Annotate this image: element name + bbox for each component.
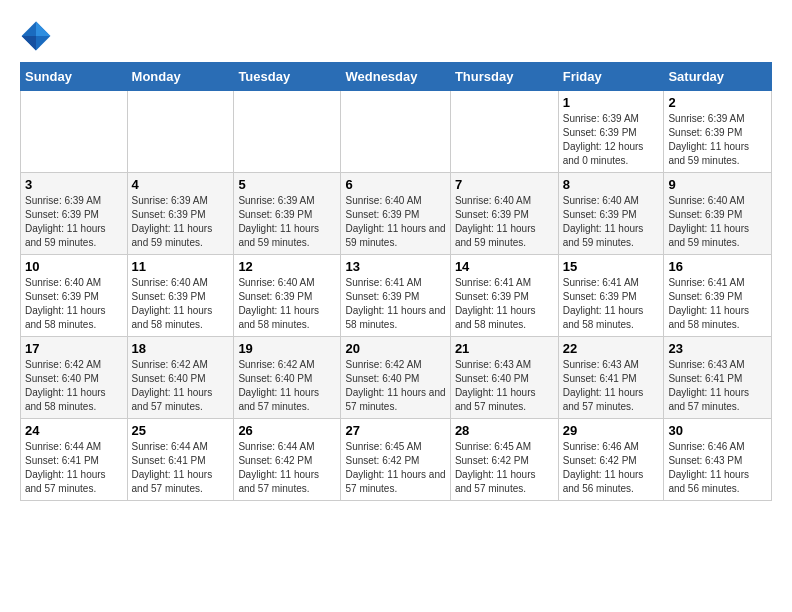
day-number: 17 [25,341,123,356]
calendar-week-3: 17Sunrise: 6:42 AM Sunset: 6:40 PM Dayli… [21,337,772,419]
day-number: 7 [455,177,554,192]
header-monday: Monday [127,63,234,91]
day-detail: Sunrise: 6:46 AM Sunset: 6:43 PM Dayligh… [668,440,767,496]
day-number: 8 [563,177,660,192]
calendar-cell [127,91,234,173]
calendar-cell: 29Sunrise: 6:46 AM Sunset: 6:42 PM Dayli… [558,419,664,501]
day-detail: Sunrise: 6:41 AM Sunset: 6:39 PM Dayligh… [455,276,554,332]
calendar-week-2: 10Sunrise: 6:40 AM Sunset: 6:39 PM Dayli… [21,255,772,337]
svg-marker-2 [22,36,36,50]
day-detail: Sunrise: 6:41 AM Sunset: 6:39 PM Dayligh… [563,276,660,332]
day-detail: Sunrise: 6:39 AM Sunset: 6:39 PM Dayligh… [132,194,230,250]
day-detail: Sunrise: 6:42 AM Sunset: 6:40 PM Dayligh… [345,358,445,414]
calendar-cell: 12Sunrise: 6:40 AM Sunset: 6:39 PM Dayli… [234,255,341,337]
calendar-cell: 30Sunrise: 6:46 AM Sunset: 6:43 PM Dayli… [664,419,772,501]
page-header [20,20,772,52]
day-number: 16 [668,259,767,274]
day-detail: Sunrise: 6:42 AM Sunset: 6:40 PM Dayligh… [238,358,336,414]
calendar-cell: 28Sunrise: 6:45 AM Sunset: 6:42 PM Dayli… [450,419,558,501]
day-detail: Sunrise: 6:41 AM Sunset: 6:39 PM Dayligh… [345,276,445,332]
calendar-cell: 17Sunrise: 6:42 AM Sunset: 6:40 PM Dayli… [21,337,128,419]
calendar-cell: 22Sunrise: 6:43 AM Sunset: 6:41 PM Dayli… [558,337,664,419]
day-number: 23 [668,341,767,356]
header-thursday: Thursday [450,63,558,91]
calendar-cell: 8Sunrise: 6:40 AM Sunset: 6:39 PM Daylig… [558,173,664,255]
logo-icon [20,20,52,52]
day-number: 15 [563,259,660,274]
day-detail: Sunrise: 6:39 AM Sunset: 6:39 PM Dayligh… [668,112,767,168]
logo [20,20,56,52]
day-number: 22 [563,341,660,356]
day-number: 6 [345,177,445,192]
day-number: 2 [668,95,767,110]
day-number: 3 [25,177,123,192]
day-number: 18 [132,341,230,356]
calendar-cell: 18Sunrise: 6:42 AM Sunset: 6:40 PM Dayli… [127,337,234,419]
header-saturday: Saturday [664,63,772,91]
day-detail: Sunrise: 6:41 AM Sunset: 6:39 PM Dayligh… [668,276,767,332]
calendar-cell: 14Sunrise: 6:41 AM Sunset: 6:39 PM Dayli… [450,255,558,337]
day-detail: Sunrise: 6:39 AM Sunset: 6:39 PM Dayligh… [238,194,336,250]
day-detail: Sunrise: 6:43 AM Sunset: 6:40 PM Dayligh… [455,358,554,414]
calendar-week-4: 24Sunrise: 6:44 AM Sunset: 6:41 PM Dayli… [21,419,772,501]
calendar-header-row: SundayMondayTuesdayWednesdayThursdayFrid… [21,63,772,91]
calendar-cell [234,91,341,173]
day-detail: Sunrise: 6:45 AM Sunset: 6:42 PM Dayligh… [455,440,554,496]
day-number: 27 [345,423,445,438]
day-number: 5 [238,177,336,192]
calendar-cell [450,91,558,173]
calendar-cell: 10Sunrise: 6:40 AM Sunset: 6:39 PM Dayli… [21,255,128,337]
day-detail: Sunrise: 6:42 AM Sunset: 6:40 PM Dayligh… [25,358,123,414]
calendar-cell: 20Sunrise: 6:42 AM Sunset: 6:40 PM Dayli… [341,337,450,419]
calendar-cell: 9Sunrise: 6:40 AM Sunset: 6:39 PM Daylig… [664,173,772,255]
day-detail: Sunrise: 6:44 AM Sunset: 6:41 PM Dayligh… [132,440,230,496]
calendar-week-1: 3Sunrise: 6:39 AM Sunset: 6:39 PM Daylig… [21,173,772,255]
calendar-cell: 16Sunrise: 6:41 AM Sunset: 6:39 PM Dayli… [664,255,772,337]
day-detail: Sunrise: 6:40 AM Sunset: 6:39 PM Dayligh… [668,194,767,250]
calendar-cell: 11Sunrise: 6:40 AM Sunset: 6:39 PM Dayli… [127,255,234,337]
calendar-cell: 6Sunrise: 6:40 AM Sunset: 6:39 PM Daylig… [341,173,450,255]
calendar-cell: 3Sunrise: 6:39 AM Sunset: 6:39 PM Daylig… [21,173,128,255]
day-detail: Sunrise: 6:45 AM Sunset: 6:42 PM Dayligh… [345,440,445,496]
day-number: 29 [563,423,660,438]
day-detail: Sunrise: 6:42 AM Sunset: 6:40 PM Dayligh… [132,358,230,414]
day-detail: Sunrise: 6:40 AM Sunset: 6:39 PM Dayligh… [563,194,660,250]
day-detail: Sunrise: 6:40 AM Sunset: 6:39 PM Dayligh… [25,276,123,332]
day-detail: Sunrise: 6:40 AM Sunset: 6:39 PM Dayligh… [238,276,336,332]
calendar-cell: 19Sunrise: 6:42 AM Sunset: 6:40 PM Dayli… [234,337,341,419]
day-number: 10 [25,259,123,274]
calendar-cell: 26Sunrise: 6:44 AM Sunset: 6:42 PM Dayli… [234,419,341,501]
day-number: 21 [455,341,554,356]
header-wednesday: Wednesday [341,63,450,91]
calendar-cell: 7Sunrise: 6:40 AM Sunset: 6:39 PM Daylig… [450,173,558,255]
day-detail: Sunrise: 6:43 AM Sunset: 6:41 PM Dayligh… [668,358,767,414]
calendar-cell [341,91,450,173]
calendar-cell: 1Sunrise: 6:39 AM Sunset: 6:39 PM Daylig… [558,91,664,173]
day-detail: Sunrise: 6:46 AM Sunset: 6:42 PM Dayligh… [563,440,660,496]
calendar-body: 1Sunrise: 6:39 AM Sunset: 6:39 PM Daylig… [21,91,772,501]
calendar-cell [21,91,128,173]
day-number: 1 [563,95,660,110]
day-number: 30 [668,423,767,438]
day-detail: Sunrise: 6:44 AM Sunset: 6:42 PM Dayligh… [238,440,336,496]
day-number: 13 [345,259,445,274]
day-number: 26 [238,423,336,438]
calendar-week-0: 1Sunrise: 6:39 AM Sunset: 6:39 PM Daylig… [21,91,772,173]
day-detail: Sunrise: 6:43 AM Sunset: 6:41 PM Dayligh… [563,358,660,414]
day-detail: Sunrise: 6:39 AM Sunset: 6:39 PM Dayligh… [563,112,660,168]
day-detail: Sunrise: 6:40 AM Sunset: 6:39 PM Dayligh… [132,276,230,332]
calendar-cell: 27Sunrise: 6:45 AM Sunset: 6:42 PM Dayli… [341,419,450,501]
calendar-cell: 13Sunrise: 6:41 AM Sunset: 6:39 PM Dayli… [341,255,450,337]
calendar-cell: 5Sunrise: 6:39 AM Sunset: 6:39 PM Daylig… [234,173,341,255]
day-detail: Sunrise: 6:40 AM Sunset: 6:39 PM Dayligh… [455,194,554,250]
svg-marker-1 [36,22,50,36]
day-number: 25 [132,423,230,438]
calendar-cell: 21Sunrise: 6:43 AM Sunset: 6:40 PM Dayli… [450,337,558,419]
calendar-cell: 2Sunrise: 6:39 AM Sunset: 6:39 PM Daylig… [664,91,772,173]
day-number: 14 [455,259,554,274]
calendar-table: SundayMondayTuesdayWednesdayThursdayFrid… [20,62,772,501]
day-number: 24 [25,423,123,438]
day-number: 19 [238,341,336,356]
calendar-cell: 23Sunrise: 6:43 AM Sunset: 6:41 PM Dayli… [664,337,772,419]
day-detail: Sunrise: 6:44 AM Sunset: 6:41 PM Dayligh… [25,440,123,496]
